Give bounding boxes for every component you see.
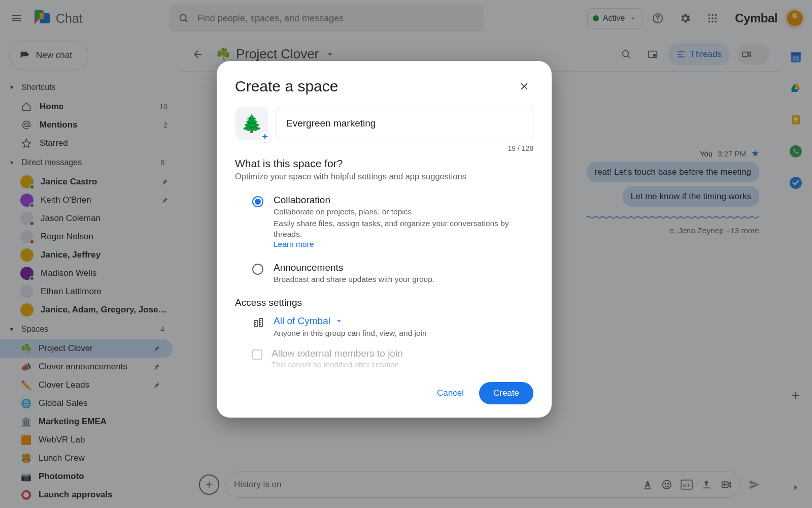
space-name-input[interactable]: [277, 107, 533, 140]
char-counter: 19 / 128: [507, 144, 533, 152]
purpose-question: What is this space for?: [235, 157, 533, 170]
radio-checked-icon[interactable]: [252, 196, 263, 207]
close-icon[interactable]: [515, 77, 533, 96]
create-space-dialog: Create a space 🌲 + 19 / 128 What is this…: [217, 61, 552, 418]
cancel-button[interactable]: Cancel: [434, 383, 467, 403]
option-announcements[interactable]: Announcements Broadcast and share update…: [235, 258, 533, 294]
organization-icon: [252, 316, 264, 329]
option-collaboration[interactable]: Collaboration Collaborate on projects, p…: [235, 190, 533, 258]
external-members-row: Allow external members to join This cann…: [235, 338, 533, 369]
access-settings-title: Access settings: [235, 297, 533, 308]
access-scope-selector[interactable]: All of Cymbal: [274, 315, 427, 327]
dialog-title: Create a space: [235, 78, 338, 95]
tree-icon: 🌲: [241, 113, 262, 134]
add-emoji-icon: +: [259, 131, 270, 142]
space-emoji-picker[interactable]: 🌲 +: [235, 107, 268, 140]
learn-more-link[interactable]: Learn more: [274, 240, 314, 248]
create-button[interactable]: Create: [479, 382, 533, 404]
checkbox-disabled-icon: [252, 350, 262, 360]
chevron-down-icon: [334, 316, 344, 326]
radio-unchecked-icon[interactable]: [252, 264, 263, 275]
purpose-subtext: Optimize your space with helpful setting…: [235, 172, 533, 181]
